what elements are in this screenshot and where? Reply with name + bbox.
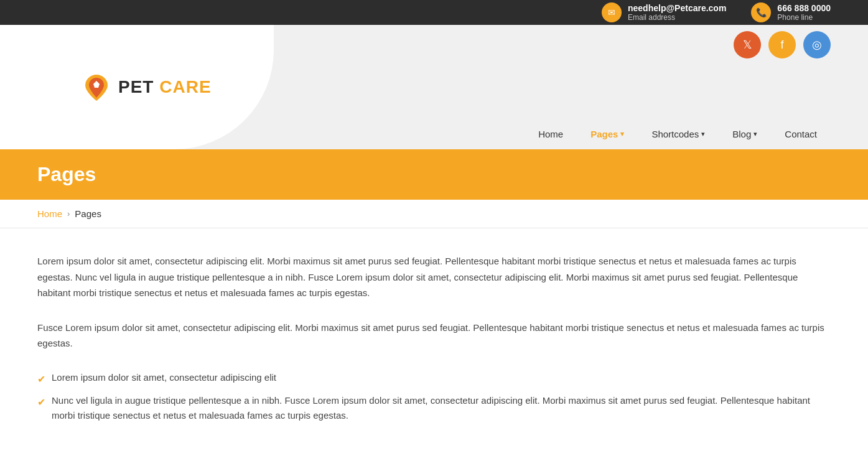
twitter-button[interactable]: 𝕏 bbox=[734, 31, 761, 58]
content-paragraph-2: Fusce Lorem ipsum dolor sit amet, consec… bbox=[37, 320, 831, 351]
list-item: ✔ Lorem ipsum dolor sit amet, consectetu… bbox=[37, 370, 831, 388]
email-address: needhelp@Petcare.com bbox=[628, 3, 726, 13]
header: PET CARE 𝕏 f ◎ Home Pages ▾ Shortcodes ▾… bbox=[0, 25, 868, 149]
main-nav: Home Pages ▾ Shortcodes ▾ Blog ▾ Contact bbox=[525, 119, 831, 149]
phone-contact: 📞 666 888 0000 Phone line bbox=[751, 2, 831, 22]
page-banner: Pages bbox=[0, 149, 868, 200]
instagram-icon: ◎ bbox=[812, 38, 822, 52]
logo-text: PET CARE bbox=[118, 77, 212, 97]
list-item: ✔ Nunc vel ligula in augue tristique pel… bbox=[37, 393, 831, 423]
phone-icon: 📞 bbox=[751, 2, 771, 22]
list-item-text: Lorem ipsum dolor sit amet, consectetur … bbox=[52, 370, 276, 385]
logo-icon bbox=[81, 72, 112, 103]
nav-pages[interactable]: Pages ▾ bbox=[577, 119, 638, 149]
breadcrumb-home[interactable]: Home bbox=[37, 208, 62, 219]
chevron-down-icon: ▾ bbox=[620, 130, 624, 138]
nav-shortcodes[interactable]: Shortcodes ▾ bbox=[638, 119, 719, 149]
breadcrumb-current: Pages bbox=[75, 208, 101, 219]
breadcrumb-separator: › bbox=[67, 209, 70, 218]
phone-label: Phone line bbox=[777, 13, 831, 22]
main-content: Lorem ipsum dolor sit amet, consectetur … bbox=[0, 228, 868, 448]
logo[interactable]: PET CARE bbox=[81, 72, 212, 103]
phone-number: 666 888 0000 bbox=[777, 3, 831, 13]
check-list: ✔ Lorem ipsum dolor sit amet, consectetu… bbox=[37, 370, 831, 424]
page-banner-title: Pages bbox=[37, 163, 831, 186]
nav-blog[interactable]: Blog ▾ bbox=[719, 119, 771, 149]
checkmark-icon: ✔ bbox=[37, 371, 45, 388]
topbar: ✉ needhelp@Petcare.com Email address 📞 6… bbox=[0, 0, 868, 25]
list-item-text: Nunc vel ligula in augue tristique pelle… bbox=[52, 393, 831, 423]
email-icon: ✉ bbox=[602, 2, 622, 22]
facebook-icon: f bbox=[780, 39, 783, 52]
chevron-down-icon: ▾ bbox=[701, 130, 705, 138]
email-label: Email address bbox=[628, 13, 726, 22]
content-paragraph-1: Lorem ipsum dolor sit amet, consectetur … bbox=[37, 253, 831, 301]
facebook-button[interactable]: f bbox=[768, 31, 796, 58]
breadcrumb: Home › Pages bbox=[0, 200, 868, 228]
checkmark-icon: ✔ bbox=[37, 394, 45, 411]
nav-contact[interactable]: Contact bbox=[771, 119, 831, 149]
email-contact: ✉ needhelp@Petcare.com Email address bbox=[602, 2, 726, 22]
twitter-icon: 𝕏 bbox=[743, 38, 752, 52]
instagram-button[interactable]: ◎ bbox=[803, 31, 831, 58]
social-links: 𝕏 f ◎ bbox=[734, 31, 831, 58]
chevron-down-icon: ▾ bbox=[754, 130, 757, 138]
nav-home[interactable]: Home bbox=[525, 119, 577, 149]
